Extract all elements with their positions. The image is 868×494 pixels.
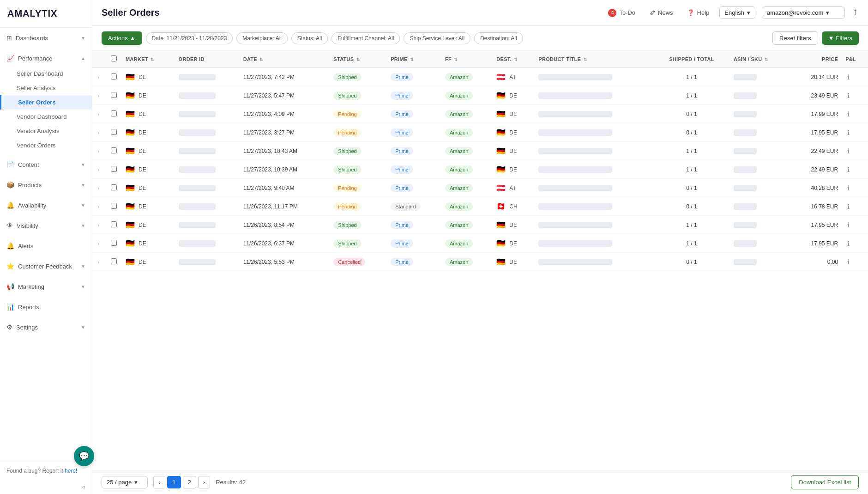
col-ff[interactable]: FF ⇅ xyxy=(441,51,493,67)
row-expand-button[interactable]: › xyxy=(96,185,101,192)
market-flag: 🇩🇪 xyxy=(126,73,135,81)
ff-badge: Amazon xyxy=(445,202,473,211)
sidebar-item-seller-orders[interactable]: Seller Orders xyxy=(0,95,92,110)
market-flag: 🇩🇪 xyxy=(126,146,135,155)
row-info-button[interactable]: ℹ xyxy=(845,146,851,156)
row-info-button[interactable]: ℹ xyxy=(845,183,851,193)
chat-button[interactable]: 💬 xyxy=(74,446,94,466)
bug-report-link[interactable]: here! xyxy=(65,468,77,474)
col-asin-sku[interactable]: ASIN / SKU ⇅ xyxy=(730,51,791,67)
availability-icon: 🔔 xyxy=(6,201,14,209)
filter-destination[interactable]: Destination: All xyxy=(474,32,523,44)
row-expand-button[interactable]: › xyxy=(96,129,101,136)
row-expand-button[interactable]: › xyxy=(96,148,101,155)
sidebar-item-alerts[interactable]: 🔔Alerts xyxy=(0,238,92,254)
sidebar-item-settings[interactable]: ⚙Settings ▼ xyxy=(0,319,92,335)
row-checkbox[interactable] xyxy=(111,110,117,116)
shipped-total: 1 / 1 xyxy=(686,74,697,80)
row-info-button[interactable]: ℹ xyxy=(845,110,851,119)
chevron-down-icon: ▾ xyxy=(826,9,829,16)
col-market[interactable]: MARKET ⇅ xyxy=(122,51,175,67)
sidebar-item-customer-feedback[interactable]: ⭐Customer Feedback ▼ xyxy=(0,258,92,274)
next-page-button[interactable]: › xyxy=(198,476,210,488)
row-info-button[interactable]: ℹ xyxy=(845,165,851,174)
filter-status[interactable]: Status: All xyxy=(291,32,328,44)
order-date: 11/27/2023, 7:42 PM xyxy=(243,74,295,80)
row-info-button[interactable]: ℹ xyxy=(845,128,851,137)
sidebar-item-seller-dashboard[interactable]: Seller Dashboard xyxy=(0,67,92,81)
logout-button[interactable]: ⤴ xyxy=(851,7,859,19)
row-info-button[interactable]: ℹ xyxy=(845,220,851,230)
prime-badge: Prime xyxy=(391,258,413,266)
table-row: › 🇩🇪 DE 11/27/2023, 3:27 PM Pending Prim… xyxy=(92,123,868,142)
row-checkbox[interactable] xyxy=(111,203,117,209)
status-badge: Shipped xyxy=(333,73,361,81)
page-size-selector[interactable]: 25 / page ▾ xyxy=(102,476,148,488)
row-checkbox[interactable] xyxy=(111,73,117,79)
row-checkbox[interactable] xyxy=(111,258,117,264)
row-checkbox[interactable] xyxy=(111,166,117,172)
filter-ship-service[interactable]: Ship Service Level: All xyxy=(404,32,470,44)
sidebar-item-marketing[interactable]: 📢Marketing ▼ xyxy=(0,278,92,295)
shipped-total: 1 / 1 xyxy=(686,222,697,228)
reset-filters-button[interactable]: Reset filters xyxy=(772,31,818,45)
row-info-button[interactable]: ℹ xyxy=(845,202,851,211)
col-date[interactable]: DATE ⇅ xyxy=(240,51,330,67)
row-info-button[interactable]: ℹ xyxy=(845,257,851,267)
row-expand-button[interactable]: › xyxy=(96,203,101,210)
row-expand-button[interactable]: › xyxy=(96,74,101,81)
prime-badge: Prime xyxy=(391,147,413,155)
account-selector[interactable]: amazon@revoic.com ▾ xyxy=(762,6,845,19)
dest-code: DE xyxy=(509,92,517,99)
page-2-button[interactable]: 2 xyxy=(183,476,196,488)
filters-button[interactable]: ▼ Filters xyxy=(822,31,859,45)
order-id xyxy=(179,129,216,136)
row-checkbox[interactable] xyxy=(111,92,117,98)
filter-marketplace[interactable]: Marketplace: All xyxy=(236,32,288,44)
download-excel-button[interactable]: Download Excel list xyxy=(791,475,859,489)
row-expand-button[interactable]: › xyxy=(96,240,101,247)
sidebar-item-performance[interactable]: 📈Performance ▲ xyxy=(0,50,92,67)
news-button[interactable]: 🗞 News xyxy=(645,7,677,18)
row-checkbox[interactable] xyxy=(111,129,117,135)
prev-page-button[interactable]: ‹ xyxy=(153,476,165,488)
filter-fulfillment[interactable]: Fulfillment Channel: All xyxy=(332,32,400,44)
sidebar-item-content[interactable]: 📄Content ▼ xyxy=(0,156,92,173)
row-info-button[interactable]: ℹ xyxy=(845,73,851,82)
todo-button[interactable]: 4 To-Do xyxy=(604,7,639,19)
status-badge: Pending xyxy=(333,184,361,192)
filter-date[interactable]: Date: 11/21/2023 - 11/28/2023 xyxy=(146,32,233,44)
sidebar-collapse-button[interactable]: « xyxy=(0,480,92,494)
language-selector[interactable]: English ▾ xyxy=(719,6,755,19)
col-status[interactable]: STATUS ⇅ xyxy=(330,51,387,67)
price-cell: 20.14 EUR xyxy=(791,67,842,86)
sidebar-item-seller-analysis[interactable]: Seller Analysis xyxy=(0,81,92,95)
row-expand-button[interactable]: › xyxy=(96,92,101,99)
actions-button[interactable]: Actions ▲ xyxy=(102,31,142,45)
row-checkbox[interactable] xyxy=(111,184,117,190)
row-expand-button[interactable]: › xyxy=(96,259,101,266)
sidebar-item-dashboards[interactable]: ⊞Dashboards ▼ xyxy=(0,30,92,46)
col-product-title[interactable]: PRODUCT TITLE ⇅ xyxy=(535,51,653,67)
sidebar-item-availability[interactable]: 🔔Availability ▼ xyxy=(0,197,92,213)
dest-code: AT xyxy=(509,185,516,191)
row-expand-button[interactable]: › xyxy=(96,111,101,118)
page-1-button[interactable]: 1 xyxy=(167,476,181,488)
col-dest[interactable]: DEST. ⇅ xyxy=(493,51,535,67)
row-checkbox[interactable] xyxy=(111,240,117,246)
sidebar-item-vendor-analysis[interactable]: Vendor Analysis xyxy=(0,124,92,138)
row-expand-button[interactable]: › xyxy=(96,166,101,173)
sidebar-item-vendor-dashboard[interactable]: Vendor Dashboard xyxy=(0,110,92,124)
col-prime[interactable]: PRIME ⇅ xyxy=(387,51,441,67)
sidebar-item-visibility[interactable]: 👁Visibility ▼ xyxy=(0,217,92,234)
sidebar-item-products[interactable]: 📦Products ▼ xyxy=(0,177,92,193)
row-checkbox[interactable] xyxy=(111,221,117,227)
row-checkbox[interactable] xyxy=(111,147,117,153)
row-expand-button[interactable]: › xyxy=(96,222,101,229)
select-all-checkbox[interactable] xyxy=(111,55,117,61)
help-button[interactable]: ❓ Help xyxy=(683,7,713,18)
sidebar-item-reports[interactable]: 📊Reports xyxy=(0,299,92,315)
row-info-button[interactable]: ℹ xyxy=(845,239,851,248)
row-info-button[interactable]: ℹ xyxy=(845,91,851,100)
sidebar-item-vendor-orders[interactable]: Vendor Orders xyxy=(0,138,92,152)
